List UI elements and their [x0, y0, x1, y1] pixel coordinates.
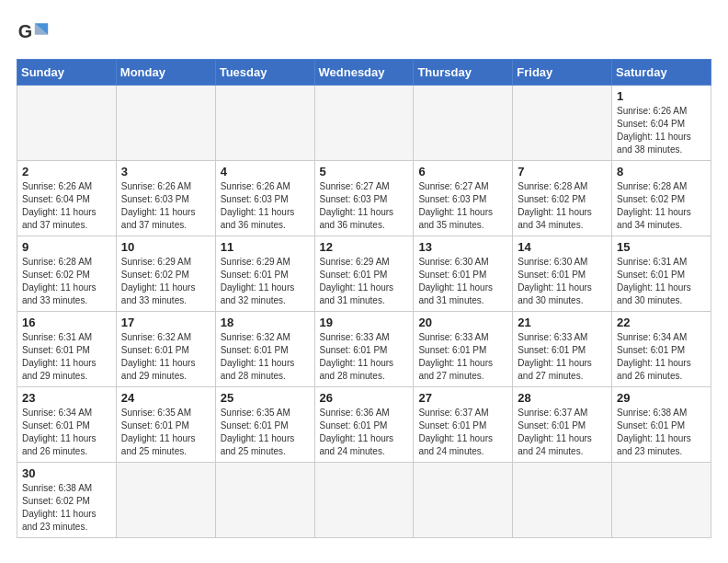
day-info: Sunrise: 6:27 AM Sunset: 6:03 PM Dayligh…	[320, 180, 409, 232]
table-row	[17, 86, 117, 161]
table-row	[215, 463, 314, 538]
logo-icon: G	[17, 17, 50, 50]
day-number: 16	[22, 316, 111, 329]
day-number: 8	[617, 165, 706, 178]
day-info: Sunrise: 6:29 AM Sunset: 6:02 PM Dayligh…	[121, 256, 210, 307]
day-info: Sunrise: 6:37 AM Sunset: 6:01 PM Dayligh…	[418, 407, 507, 458]
header-monday: Monday	[116, 60, 215, 86]
table-row: 21Sunrise: 6:33 AM Sunset: 6:01 PM Dayli…	[513, 312, 612, 387]
table-row: 22Sunrise: 6:34 AM Sunset: 6:01 PM Dayli…	[612, 312, 711, 387]
header-friday: Friday	[513, 60, 612, 86]
day-number: 4	[221, 165, 310, 178]
table-row: 10Sunrise: 6:29 AM Sunset: 6:02 PM Dayli…	[116, 236, 215, 312]
day-info: Sunrise: 6:30 AM Sunset: 6:01 PM Dayligh…	[518, 256, 607, 307]
table-row: 3Sunrise: 6:26 AM Sunset: 6:03 PM Daylig…	[116, 161, 215, 236]
day-number: 5	[320, 165, 409, 178]
header-sunday: Sunday	[17, 60, 117, 86]
day-number: 11	[221, 240, 310, 254]
table-row: 28Sunrise: 6:37 AM Sunset: 6:01 PM Dayli…	[513, 387, 612, 463]
day-info: Sunrise: 6:33 AM Sunset: 6:01 PM Dayligh…	[518, 331, 607, 383]
table-row: 24Sunrise: 6:35 AM Sunset: 6:01 PM Dayli…	[116, 387, 215, 463]
day-info: Sunrise: 6:32 AM Sunset: 6:01 PM Dayligh…	[121, 331, 210, 383]
table-row: 15Sunrise: 6:31 AM Sunset: 6:01 PM Dayli…	[612, 236, 711, 312]
table-row: 19Sunrise: 6:33 AM Sunset: 6:01 PM Dayli…	[314, 312, 414, 387]
calendar-row: 23Sunrise: 6:34 AM Sunset: 6:01 PM Dayli…	[17, 387, 711, 463]
table-row: 12Sunrise: 6:29 AM Sunset: 6:01 PM Dayli…	[314, 236, 414, 312]
day-number: 13	[418, 240, 507, 254]
day-number: 18	[221, 316, 310, 329]
day-number: 21	[518, 316, 607, 329]
day-info: Sunrise: 6:26 AM Sunset: 6:03 PM Dayligh…	[121, 180, 210, 232]
page: G Sunday Monday Tuesday Wednesday Thursd…	[0, 0, 728, 547]
table-row: 18Sunrise: 6:32 AM Sunset: 6:01 PM Dayli…	[215, 312, 314, 387]
table-row: 6Sunrise: 6:27 AM Sunset: 6:03 PM Daylig…	[414, 161, 513, 236]
day-number: 1	[617, 89, 706, 103]
day-info: Sunrise: 6:33 AM Sunset: 6:01 PM Dayligh…	[418, 331, 507, 383]
day-info: Sunrise: 6:33 AM Sunset: 6:01 PM Dayligh…	[320, 331, 409, 383]
table-row: 16Sunrise: 6:31 AM Sunset: 6:01 PM Dayli…	[17, 312, 117, 387]
table-row	[414, 463, 513, 538]
calendar-row: 16Sunrise: 6:31 AM Sunset: 6:01 PM Dayli…	[17, 312, 711, 387]
table-row: 9Sunrise: 6:28 AM Sunset: 6:02 PM Daylig…	[17, 236, 117, 312]
day-number: 7	[518, 165, 607, 178]
calendar-row: 9Sunrise: 6:28 AM Sunset: 6:02 PM Daylig…	[17, 236, 711, 312]
day-info: Sunrise: 6:26 AM Sunset: 6:04 PM Dayligh…	[617, 105, 706, 156]
day-number: 26	[320, 391, 409, 405]
day-number: 25	[221, 391, 310, 405]
day-info: Sunrise: 6:35 AM Sunset: 6:01 PM Dayligh…	[221, 407, 310, 458]
table-row	[314, 86, 414, 161]
table-row	[314, 463, 414, 538]
day-number: 15	[617, 240, 706, 254]
table-row: 30Sunrise: 6:38 AM Sunset: 6:02 PM Dayli…	[17, 463, 117, 538]
table-row: 26Sunrise: 6:36 AM Sunset: 6:01 PM Dayli…	[314, 387, 414, 463]
day-info: Sunrise: 6:31 AM Sunset: 6:01 PM Dayligh…	[22, 331, 111, 383]
table-row: 25Sunrise: 6:35 AM Sunset: 6:01 PM Dayli…	[215, 387, 314, 463]
table-row: 27Sunrise: 6:37 AM Sunset: 6:01 PM Dayli…	[414, 387, 513, 463]
day-info: Sunrise: 6:28 AM Sunset: 6:02 PM Dayligh…	[518, 180, 607, 232]
day-number: 2	[22, 165, 111, 178]
day-info: Sunrise: 6:35 AM Sunset: 6:01 PM Dayligh…	[121, 407, 210, 458]
table-row: 4Sunrise: 6:26 AM Sunset: 6:03 PM Daylig…	[215, 161, 314, 236]
day-number: 9	[22, 240, 111, 254]
header-tuesday: Tuesday	[215, 60, 314, 86]
day-info: Sunrise: 6:29 AM Sunset: 6:01 PM Dayligh…	[221, 256, 310, 307]
day-number: 24	[121, 391, 210, 405]
day-info: Sunrise: 6:37 AM Sunset: 6:01 PM Dayligh…	[518, 407, 607, 458]
table-row: 1Sunrise: 6:26 AM Sunset: 6:04 PM Daylig…	[612, 86, 711, 161]
table-row: 5Sunrise: 6:27 AM Sunset: 6:03 PM Daylig…	[314, 161, 414, 236]
day-number: 27	[418, 391, 507, 405]
day-number: 3	[121, 165, 210, 178]
table-row: 8Sunrise: 6:28 AM Sunset: 6:02 PM Daylig…	[612, 161, 711, 236]
day-number: 19	[320, 316, 409, 329]
table-row: 11Sunrise: 6:29 AM Sunset: 6:01 PM Dayli…	[215, 236, 314, 312]
day-info: Sunrise: 6:26 AM Sunset: 6:03 PM Dayligh…	[221, 180, 310, 232]
day-info: Sunrise: 6:29 AM Sunset: 6:01 PM Dayligh…	[320, 256, 409, 307]
day-info: Sunrise: 6:38 AM Sunset: 6:01 PM Dayligh…	[617, 407, 706, 458]
table-row	[612, 463, 711, 538]
calendar-row: 30Sunrise: 6:38 AM Sunset: 6:02 PM Dayli…	[17, 463, 711, 538]
day-info: Sunrise: 6:27 AM Sunset: 6:03 PM Dayligh…	[418, 180, 507, 232]
day-number: 28	[518, 391, 607, 405]
day-info: Sunrise: 6:34 AM Sunset: 6:01 PM Dayligh…	[617, 331, 706, 383]
table-row: 2Sunrise: 6:26 AM Sunset: 6:04 PM Daylig…	[17, 161, 117, 236]
table-row	[513, 463, 612, 538]
day-info: Sunrise: 6:34 AM Sunset: 6:01 PM Dayligh…	[22, 407, 111, 458]
header-thursday: Thursday	[414, 60, 513, 86]
day-number: 22	[617, 316, 706, 329]
calendar-row: 1Sunrise: 6:26 AM Sunset: 6:04 PM Daylig…	[17, 86, 711, 161]
table-row	[116, 86, 215, 161]
table-row: 17Sunrise: 6:32 AM Sunset: 6:01 PM Dayli…	[116, 312, 215, 387]
day-info: Sunrise: 6:28 AM Sunset: 6:02 PM Dayligh…	[22, 256, 111, 307]
day-number: 12	[320, 240, 409, 254]
header: G	[17, 17, 711, 50]
table-row	[215, 86, 314, 161]
calendar-row: 2Sunrise: 6:26 AM Sunset: 6:04 PM Daylig…	[17, 161, 711, 236]
day-info: Sunrise: 6:26 AM Sunset: 6:04 PM Dayligh…	[22, 180, 111, 232]
day-number: 20	[418, 316, 507, 329]
table-row: 14Sunrise: 6:30 AM Sunset: 6:01 PM Dayli…	[513, 236, 612, 312]
day-info: Sunrise: 6:28 AM Sunset: 6:02 PM Dayligh…	[617, 180, 706, 232]
day-number: 14	[518, 240, 607, 254]
day-info: Sunrise: 6:31 AM Sunset: 6:01 PM Dayligh…	[617, 256, 706, 307]
day-info: Sunrise: 6:32 AM Sunset: 6:01 PM Dayligh…	[221, 331, 310, 383]
day-number: 10	[121, 240, 210, 254]
